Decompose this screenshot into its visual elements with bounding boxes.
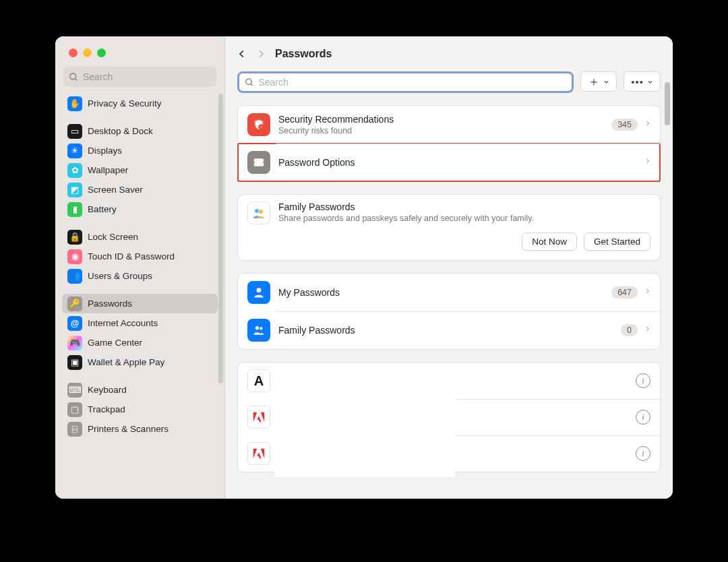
sidebar: ✋Privacy & Security▭Desktop & Dock☀Displ… [55, 36, 225, 499]
passwords-search[interactable] [237, 71, 574, 93]
plus-icon: ＋ [588, 75, 600, 88]
sidebar-item-label: Privacy & Security [88, 98, 162, 108]
sidebar-item-internet-accounts[interactable]: @Internet Accounts [62, 313, 218, 333]
row-body: Security Recommendations Security risks … [278, 114, 611, 135]
sidebar-item-label: Displays [88, 146, 122, 156]
minimize-window-button[interactable] [83, 49, 92, 57]
chevron-right-icon [644, 119, 650, 131]
security-recommendations-row[interactable]: ! Security Recommendations Security risk… [238, 106, 660, 144]
family-passwords-row[interactable]: Family Passwords 0 [238, 311, 660, 349]
content-scrollbar[interactable] [665, 82, 670, 125]
site-icon [247, 442, 270, 465]
flower-icon: ✿ [67, 163, 82, 178]
sidebar-item-label: Passwords [88, 299, 132, 309]
get-started-button[interactable]: Get Started [584, 232, 650, 251]
sidebar-item-label: Wallet & Apple Pay [88, 357, 164, 367]
printer-icon: ⌸ [67, 422, 82, 437]
chevron-down-icon [603, 79, 609, 85]
add-button[interactable]: ＋ [580, 71, 617, 92]
sun-icon: ☀ [67, 144, 82, 158]
count-badge: 0 [621, 324, 638, 336]
row-title: Family Passwords [278, 325, 621, 336]
more-button[interactable]: ••• [624, 71, 661, 92]
sidebar-item-keyboard[interactable]: ⌨Keyboard [62, 380, 218, 400]
battery-icon: ▮ [67, 202, 82, 217]
info-button[interactable]: i [636, 446, 650, 461]
svg-point-2 [246, 79, 251, 84]
sidebar-item-desktop-dock[interactable]: ▭Desktop & Dock [62, 121, 218, 141]
nav-back-button[interactable] [237, 48, 247, 60]
svg-point-14 [260, 327, 262, 330]
sidebar-item-label: Trackpad [88, 404, 125, 414]
password-options-row[interactable]: Password Options [238, 144, 660, 181]
sidebar-item-trackpad[interactable]: ▢Trackpad [62, 400, 218, 419]
svg-point-0 [70, 73, 76, 79]
passwords-search-input[interactable] [258, 77, 566, 88]
svg-point-12 [257, 288, 262, 292]
sidebar-item-label: Wallpaper [88, 165, 128, 175]
sidebar-item-screen-saver[interactable]: ◩Screen Saver [62, 180, 218, 199]
not-now-button[interactable]: Not Now [522, 232, 577, 251]
svg-line-3 [251, 84, 253, 86]
info-button[interactable]: i [636, 410, 650, 425]
header: Passwords [225, 36, 673, 71]
family-promo-card: Family Passwords Share passwords and pas… [237, 194, 661, 261]
row-title: Family Passwords [278, 201, 650, 212]
svg-point-11 [259, 210, 263, 214]
sidebar-item-label: Touch ID & Password [88, 251, 175, 261]
sidebar-search-input[interactable] [83, 71, 211, 82]
sidebar-item-label: Screen Saver [88, 185, 143, 195]
svg-point-8 [255, 160, 257, 162]
security-card: ! Security Recommendations Security risk… [237, 105, 661, 182]
dock-icon: ▭ [67, 124, 82, 139]
sidebar-item-game-center[interactable]: 🎮Game Center [62, 333, 218, 352]
people-icon [247, 319, 270, 342]
sidebar-item-label: Game Center [88, 338, 142, 348]
family-icon [247, 201, 270, 224]
chevron-down-icon [647, 79, 653, 85]
page-title: Passwords [275, 48, 332, 60]
users-icon: 👥 [67, 269, 82, 284]
row-subtitle: Share passwords and passkeys safely and … [278, 214, 650, 223]
zoom-window-button[interactable] [97, 49, 106, 57]
screensaver-icon: ◩ [67, 183, 82, 197]
sidebar-item-battery[interactable]: ▮Battery [62, 199, 218, 219]
svg-point-9 [260, 164, 262, 166]
info-button[interactable]: i [636, 373, 650, 388]
row-body: Password Options [278, 157, 644, 168]
at-icon: @ [67, 316, 82, 331]
svg-point-13 [255, 326, 259, 330]
my-passwords-row[interactable]: My Passwords 647 [238, 274, 660, 311]
sidebar-item-wallpaper[interactable]: ✿Wallpaper [62, 160, 218, 180]
sidebar-search[interactable] [63, 67, 216, 87]
ellipsis-icon: ••• [631, 76, 644, 88]
search-icon [69, 72, 79, 82]
toolbar: ＋ ••• [237, 71, 661, 93]
sidebar-item-wallet-apple-pay[interactable]: ▣Wallet & Apple Pay [62, 352, 218, 372]
sidebar-item-users-groups[interactable]: 👥Users & Groups [62, 266, 218, 286]
count-badge: 345 [611, 119, 638, 131]
sidebar-item-printers-scanners[interactable]: ⌸Printers & Scanners [62, 419, 218, 439]
fingerprint-icon: ◉ [67, 249, 82, 264]
sidebar-scrollbar[interactable] [218, 94, 223, 383]
row-title: Password Options [278, 157, 644, 168]
settings-window: ✋Privacy & Security▭Desktop & Dock☀Displ… [55, 36, 673, 499]
site-icon [247, 406, 270, 429]
sidebar-list: ✋Privacy & Security▭Desktop & Dock☀Displ… [55, 94, 224, 499]
nav-forward-button[interactable] [256, 48, 266, 60]
close-window-button[interactable] [69, 49, 78, 57]
key-icon: 🔑 [67, 296, 82, 311]
entries-card: Aiii [237, 362, 661, 472]
svg-point-10 [255, 209, 259, 213]
sidebar-item-label: Internet Accounts [88, 318, 158, 328]
sidebar-item-passwords[interactable]: 🔑Passwords [62, 294, 218, 313]
sidebar-item-touch-id-password[interactable]: ◉Touch ID & Password [62, 247, 218, 266]
keyboard-icon: ⌨ [67, 383, 82, 398]
sidebar-item-displays[interactable]: ☀Displays [62, 141, 218, 160]
family-promo-row: Family Passwords Share passwords and pas… [238, 195, 660, 232]
row-title: Security Recommendations [278, 114, 611, 125]
site-icon: A [247, 369, 270, 392]
sidebar-item-lock-screen[interactable]: 🔒Lock Screen [62, 227, 218, 247]
shield-warning-icon: ! [247, 113, 270, 136]
sidebar-item-privacy-security[interactable]: ✋Privacy & Security [62, 94, 218, 113]
